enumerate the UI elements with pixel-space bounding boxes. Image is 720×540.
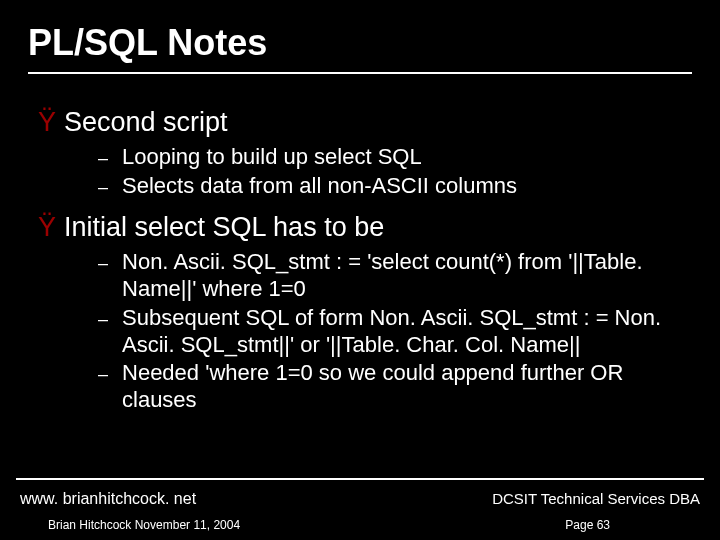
dash-icon: – [98,252,108,275]
slide-title: PL/SQL Notes [0,0,720,64]
bullet-icon: Ÿ [38,214,56,241]
footer-author: Brian Hitchcock November 11, 2004 [48,518,240,532]
footer-org: DCSIT Technical Services DBA [492,490,700,507]
list-subitem-label: Non. Ascii. SQL_stmt : = 'select count(*… [122,249,682,303]
list-item-label: Initial select SQL has to be [64,213,384,243]
list-subitem: – Subsequent SQL of form Non. Ascii. SQL… [98,305,688,359]
dash-icon: – [98,176,108,199]
list-subitem-label: Subsequent SQL of form Non. Ascii. SQL_s… [122,305,682,359]
list-subitem-label: Needed 'where 1=0 so we could append fur… [122,360,682,414]
list-subitem: – Selects data from all non-ASCII column… [98,173,688,200]
list-subitem: – Needed 'where 1=0 so we could append f… [98,360,688,414]
list-subitem-label: Selects data from all non-ASCII columns [122,173,517,200]
bullet-icon: Ÿ [38,109,56,136]
dash-icon: – [98,363,108,386]
slide-footer: www. brianhitchcock. net DCSIT Technical… [0,478,720,540]
list-item: Ÿ Second script [38,108,688,138]
footer-rule [16,478,704,480]
footer-page: Page 63 [565,518,610,532]
dash-icon: – [98,308,108,331]
list-subitem-label: Looping to build up select SQL [122,144,422,171]
list-item: Ÿ Initial select SQL has to be [38,213,688,243]
sublist: – Looping to build up select SQL – Selec… [98,144,688,200]
dash-icon: – [98,147,108,170]
title-underline [28,72,692,74]
list-subitem: – Non. Ascii. SQL_stmt : = 'select count… [98,249,688,303]
list-item-label: Second script [64,108,228,138]
footer-url: www. brianhitchcock. net [20,490,196,508]
slide: PL/SQL Notes Ÿ Second script – Looping t… [0,0,720,540]
sublist: – Non. Ascii. SQL_stmt : = 'select count… [98,249,688,414]
slide-content: Ÿ Second script – Looping to build up se… [38,108,688,428]
list-subitem: – Looping to build up select SQL [98,144,688,171]
